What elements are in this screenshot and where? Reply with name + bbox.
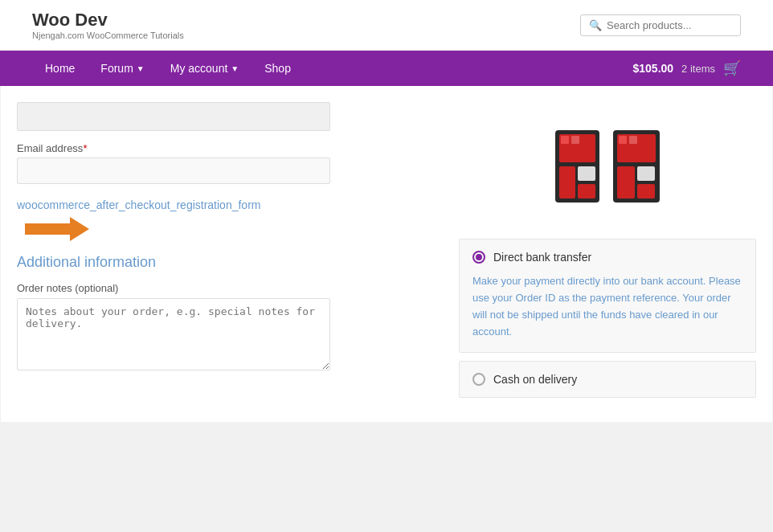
cash-delivery-header[interactable]: Cash on delivery — [472, 373, 742, 386]
nav-links: Home Forum ▼ My account ▼ Shop — [32, 51, 304, 86]
email-input[interactable] — [17, 158, 330, 184]
search-box[interactable]: 🔍 — [580, 14, 741, 36]
nav-item-forum[interactable]: Forum ▼ — [88, 51, 157, 86]
nav-item-shop[interactable]: Shop — [252, 51, 304, 86]
direct-bank-label: Direct bank transfer — [493, 251, 591, 264]
email-required: * — [83, 142, 87, 154]
site-nav: Home Forum ▼ My account ▼ Shop $105.00 2… — [0, 51, 773, 86]
site-title: Woo Dev — [32, 10, 184, 31]
svg-rect-6 — [571, 136, 579, 144]
additional-info-title: Additional information — [17, 254, 427, 271]
myaccount-dropdown-icon: ▼ — [231, 64, 239, 73]
site-header: Woo Dev Njengah.com WooCommerce Tutorial… — [0, 0, 773, 51]
email-label: Email address* — [17, 142, 427, 154]
svg-rect-4 — [578, 184, 595, 198]
order-notes-label: Order notes (optional) — [17, 282, 427, 294]
site-branding: Woo Dev Njengah.com WooCommerce Tutorial… — [32, 10, 184, 40]
direct-bank-radio[interactable] — [472, 251, 485, 264]
email-form-group: Email address* — [17, 142, 427, 184]
cart-icon[interactable]: 🛒 — [723, 59, 741, 77]
svg-rect-13 — [629, 136, 637, 144]
search-input[interactable] — [607, 19, 732, 31]
product-image-container — [459, 102, 756, 239]
right-column: Direct bank transfer Make your payment d… — [459, 86, 756, 421]
cash-delivery-label: Cash on delivery — [493, 373, 577, 386]
search-icon: 🔍 — [589, 19, 602, 31]
cart-total: $105.00 — [632, 62, 673, 75]
cart-area: $105.00 2 items 🛒 — [632, 59, 741, 77]
hook-label: woocommerce_after_checkout_registration_… — [17, 197, 427, 214]
site-tagline: Njengah.com WooCommerce Tutorials — [32, 31, 184, 40]
nav-item-myaccount[interactable]: My account ▼ — [157, 51, 252, 86]
car-tail-lights-image — [547, 118, 668, 215]
cart-items-count: 2 items — [681, 63, 715, 75]
main-content: Email address* woocommerce_after_checkou… — [1, 86, 772, 421]
payment-methods: Direct bank transfer Make your payment d… — [459, 239, 756, 397]
orange-arrow-icon — [25, 217, 89, 241]
svg-rect-9 — [617, 166, 635, 198]
left-column: Email address* woocommerce_after_checkou… — [17, 86, 427, 421]
payment-method-cash-delivery: Cash on delivery — [459, 361, 756, 398]
hook-label-container: woocommerce_after_checkout_registration_… — [17, 197, 427, 241]
svg-rect-5 — [561, 136, 569, 144]
hook-arrow-row — [17, 217, 427, 241]
svg-rect-10 — [637, 166, 655, 181]
nav-item-home[interactable]: Home — [32, 51, 88, 86]
svg-rect-12 — [619, 136, 627, 144]
cash-delivery-radio[interactable] — [472, 373, 485, 386]
payment-method-direct-bank: Direct bank transfer Make your payment d… — [459, 239, 756, 352]
prev-input-placeholder — [17, 102, 330, 131]
direct-bank-header[interactable]: Direct bank transfer — [472, 251, 742, 264]
prev-input-group — [17, 102, 427, 131]
order-notes-textarea[interactable] — [17, 298, 330, 370]
svg-rect-3 — [578, 166, 595, 181]
additional-info-section: Additional information Order notes (opti… — [17, 254, 427, 373]
forum-dropdown-icon: ▼ — [137, 64, 145, 73]
svg-rect-2 — [559, 166, 575, 198]
svg-rect-11 — [637, 184, 655, 198]
direct-bank-description: Make your payment directly into our bank… — [472, 273, 742, 340]
